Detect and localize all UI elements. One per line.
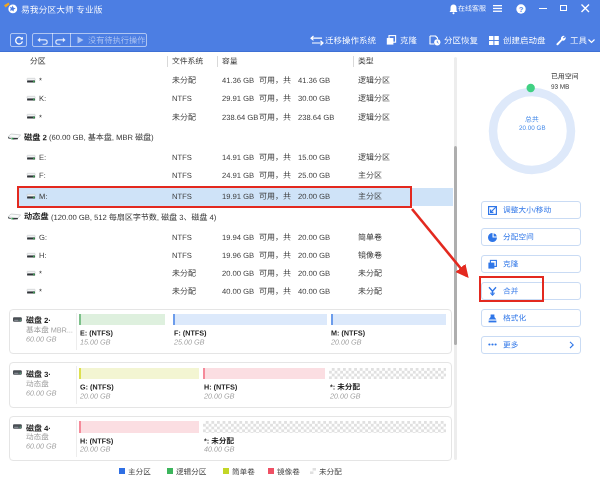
svg-text:?: ? <box>519 4 524 13</box>
